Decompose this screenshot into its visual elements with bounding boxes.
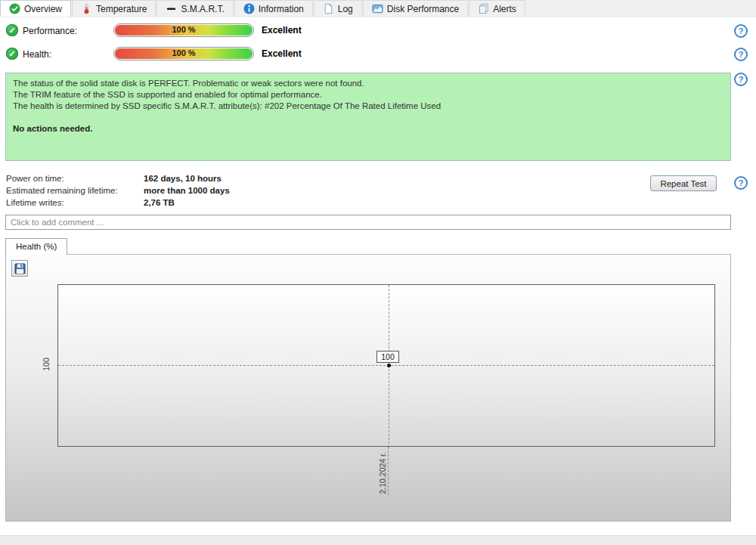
info-icon (243, 3, 255, 14)
tab-label: Disk Performance (387, 4, 459, 14)
comment-input[interactable] (5, 215, 731, 230)
performance-row: ✓ Performance: 100 % Excellent (0, 23, 756, 39)
performance-label: Performance: (23, 26, 77, 36)
detail-row-power-on-time: Power on time: 162 days, 10 hours (6, 172, 230, 184)
health-rating: Excellent (262, 48, 302, 59)
detail-row-lifetime-writes: Lifetime writes: 2,76 TB (6, 197, 230, 209)
status-text-box: The status of the solid state disk is PE… (5, 73, 731, 161)
tab-smart[interactable]: S.M.A.R.T. (156, 0, 233, 17)
status-line: The health is determined by SSD specific… (13, 101, 723, 112)
main-tab-bar: Overview Temperature S.M.A.R.T. Informat… (0, 0, 756, 17)
x-axis-tick-date: 2.10.2024 г. (378, 438, 387, 509)
tab-log[interactable]: Log (314, 0, 362, 17)
tab-label: Temperature (96, 4, 147, 14)
data-point-marker (387, 364, 391, 367)
gridline-horizontal-100 (58, 365, 714, 366)
status-action: No actions needed. (13, 123, 723, 135)
help-icon[interactable]: ? (734, 73, 748, 86)
y-axis-tick-100: 100 (42, 351, 51, 377)
health-gauge: 100 % (113, 47, 254, 60)
document-icon (323, 3, 334, 14)
save-icon (14, 263, 26, 274)
help-icon[interactable]: ? (734, 24, 748, 38)
detail-label: Lifetime writes: (6, 197, 144, 209)
status-line: The status of the solid state disk is PE… (13, 78, 723, 89)
tab-label: Information (259, 4, 304, 14)
disk-details: Power on time: 162 days, 10 hours Estima… (6, 172, 230, 209)
tab-disk-performance[interactable]: Disk Performance (363, 0, 468, 17)
gridline-vertical-extension (388, 447, 389, 495)
health-label: Health: (23, 49, 51, 60)
help-icon[interactable]: ? (734, 176, 748, 190)
tab-temperature[interactable]: Temperature (72, 0, 156, 17)
performance-rating: Excellent (262, 25, 302, 36)
health-chart-plot-area: 100 (57, 284, 715, 447)
area-chart-icon (372, 3, 383, 14)
performance-gauge-value: 100 % (114, 24, 253, 35)
chart-tab-health[interactable]: Health (%) (5, 238, 67, 255)
status-bar (0, 535, 756, 545)
detail-value: more than 1000 days (144, 184, 230, 197)
detail-label: Power on time: (6, 172, 144, 184)
save-chart-button[interactable] (11, 260, 28, 277)
detail-row-remaining-lifetime: Estimated remaining lifetime: more than … (6, 184, 230, 197)
status-ok-icon: ✓ (6, 48, 18, 60)
health-row: ✓ Health: 100 % Excellent (0, 47, 756, 62)
tab-label: Alerts (493, 4, 516, 14)
dash-icon (166, 3, 177, 14)
repeat-test-button[interactable]: Repeat Test (650, 175, 717, 191)
thermometer-icon (81, 3, 92, 14)
help-icon[interactable]: ? (734, 48, 748, 61)
data-point-label: 100 (376, 351, 399, 363)
detail-value: 162 days, 10 hours (144, 172, 222, 184)
health-gauge-value: 100 % (114, 48, 253, 58)
tab-label: Overview (24, 4, 62, 14)
detail-value: 2,76 TB (144, 197, 175, 209)
tab-alerts[interactable]: Alerts (469, 0, 525, 17)
tab-label: Log (338, 4, 353, 14)
performance-gauge: 100 % (113, 23, 254, 37)
check-circle-icon (9, 3, 20, 14)
health-chart-panel: 100 100 2.10.2024 г. (5, 254, 731, 522)
tab-overview[interactable]: Overview (0, 0, 71, 17)
tab-label: S.M.A.R.T. (181, 4, 224, 14)
status-ok-icon: ✓ (6, 24, 18, 36)
pages-icon (478, 3, 489, 14)
detail-label: Estimated remaining lifetime: (6, 184, 144, 197)
tab-information[interactable]: Information (234, 0, 313, 17)
status-line: The TRIM feature of the SSD is supported… (13, 89, 723, 101)
